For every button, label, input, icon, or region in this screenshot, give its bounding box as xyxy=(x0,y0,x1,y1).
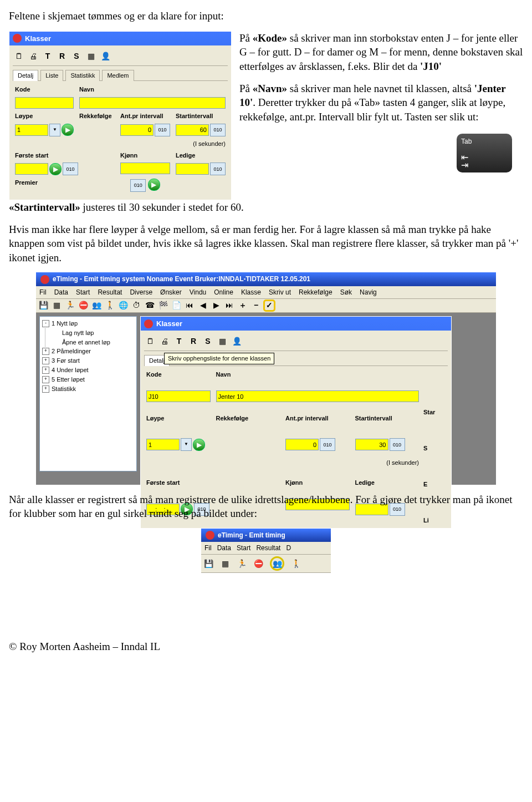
loype-input[interactable] xyxy=(15,124,48,136)
tree-toggle[interactable]: + xyxy=(42,357,49,364)
tb-icon-doc[interactable]: 📄 xyxy=(171,301,181,311)
chip-icon[interactable]: 010 xyxy=(210,124,226,136)
tb-icon-stop[interactable]: ⛔ xyxy=(78,301,88,311)
tb-icon-finish[interactable]: 🏁 xyxy=(158,301,168,311)
tb-icon-save[interactable]: 💾 xyxy=(203,559,213,568)
menu-resultat[interactable]: Resultat xyxy=(98,288,122,297)
tb-icon-calendar[interactable]: ▦ xyxy=(52,301,62,311)
menu-data[interactable]: Data xyxy=(217,544,231,552)
tb-icon-clock[interactable]: ⏱ xyxy=(131,301,141,311)
antpr-input[interactable] xyxy=(120,124,154,136)
grid-icon[interactable]: ▦ xyxy=(217,336,227,346)
menu-resultat[interactable]: Resultat xyxy=(256,544,280,552)
kode-input[interactable] xyxy=(15,97,74,109)
forste-go-button[interactable]: ▶ xyxy=(49,163,62,175)
toolbar-letter-s[interactable]: S xyxy=(71,51,81,61)
tree-toggle[interactable]: + xyxy=(42,348,49,355)
menu-fil[interactable]: Fil xyxy=(204,544,212,552)
chip-icon[interactable]: 010 xyxy=(63,163,78,175)
startintervall-input[interactable] xyxy=(355,439,388,450)
tb-icon-plus[interactable]: ＋ xyxy=(238,301,248,311)
loype-dropdown[interactable]: ▼ xyxy=(181,438,192,451)
tree-n1b[interactable]: Åpne et annet løp xyxy=(62,338,134,347)
kode-input[interactable] xyxy=(146,390,211,402)
tb-icon-prev[interactable]: ◀ xyxy=(198,301,208,311)
loype-input[interactable] xyxy=(146,439,180,450)
menu-d[interactable]: D xyxy=(286,544,291,552)
tb-icon-walk[interactable]: 🚶 xyxy=(105,301,115,311)
tb-icon-first[interactable]: ⏮ xyxy=(185,301,195,311)
menu-navig[interactable]: Navig xyxy=(360,288,377,297)
tree-n1a[interactable]: Lag nytt løp xyxy=(62,328,134,338)
menu-start[interactable]: Start xyxy=(237,544,250,552)
chip-icon[interactable]: 010 xyxy=(390,438,405,451)
grid-icon[interactable]: ▦ xyxy=(86,51,96,61)
ledige-input[interactable] xyxy=(176,163,209,175)
tb-icon-globe[interactable]: 🌐 xyxy=(118,301,128,311)
menu-rekkefolge[interactable]: Rekkefølge xyxy=(299,288,332,297)
loype-go-button[interactable]: ▶ xyxy=(62,124,74,136)
tb-icon-minus[interactable]: − xyxy=(251,301,261,311)
chip-icon[interactable]: 010 xyxy=(210,163,226,175)
tb-icon-last[interactable]: ⏭ xyxy=(224,301,234,311)
menu-vindu[interactable]: Vindu xyxy=(190,288,206,297)
tree-n5[interactable]: 5 Etter løpet xyxy=(52,375,85,384)
kjonn-input[interactable] xyxy=(120,163,170,174)
loype-dropdown[interactable]: ▼ xyxy=(49,124,60,136)
menu-fil[interactable]: Fil xyxy=(39,288,47,297)
menu-sok[interactable]: Søk xyxy=(340,288,352,297)
toolbar-icon-1[interactable]: 🗒 xyxy=(14,51,24,61)
tab-liste[interactable]: Liste xyxy=(40,70,63,81)
premier-go-button[interactable]: ▶ xyxy=(148,179,160,191)
antpr-input[interactable] xyxy=(285,439,319,450)
tb-icon-calendar[interactable]: ▦ xyxy=(220,559,230,568)
toolbar-letter-s[interactable]: S xyxy=(203,336,213,346)
print-icon[interactable]: 🖨 xyxy=(160,336,170,346)
tree-toggle[interactable]: + xyxy=(42,367,49,374)
tree-n2[interactable]: 2 Påmeldinger xyxy=(52,347,91,356)
chip-icon[interactable]: 010 xyxy=(155,124,170,136)
tb-icon-save[interactable]: 💾 xyxy=(38,301,48,311)
toolbar-letter-r[interactable]: R xyxy=(188,336,198,346)
tb-icon-walk[interactable]: 🚶 xyxy=(291,559,301,568)
tree-n4[interactable]: 4 Under løpet xyxy=(52,366,89,374)
toolbar-icon-1[interactable]: 🗒 xyxy=(145,336,155,346)
loype-go-button[interactable]: ▶ xyxy=(193,439,205,451)
startintervall-input[interactable] xyxy=(176,124,209,136)
menu-onsker[interactable]: Ønsker xyxy=(160,288,182,297)
menu-skrivut[interactable]: Skriv ut xyxy=(269,288,291,297)
tb-icon-clubs[interactable]: 👥 xyxy=(270,556,284,571)
tree-toggle[interactable]: + xyxy=(42,385,49,393)
tree-toggle[interactable]: - xyxy=(42,320,49,327)
tb-icon-check[interactable]: ✓ xyxy=(264,301,274,311)
tb-icon-stop[interactable]: ⛔ xyxy=(253,559,263,568)
tb-icon-phone[interactable]: ☎ xyxy=(145,301,155,311)
tb-icon-runner[interactable]: 🏃 xyxy=(65,301,75,311)
person-icon[interactable]: 👤 xyxy=(232,336,242,346)
tree-toggle[interactable]: + xyxy=(42,376,49,383)
menu-online[interactable]: Online xyxy=(214,288,233,297)
print-icon[interactable]: 🖨 xyxy=(28,51,38,61)
menu-klasse[interactable]: Klasse xyxy=(241,288,261,297)
tree-n6[interactable]: Statistikk xyxy=(52,385,76,393)
menu-data[interactable]: Data xyxy=(54,288,68,297)
toolbar-letter-r[interactable]: R xyxy=(57,51,67,61)
tb-icon-next[interactable]: ▶ xyxy=(211,301,221,311)
tree-n3[interactable]: 3 Før start xyxy=(52,357,80,365)
navn-input[interactable] xyxy=(216,390,420,402)
tab-detalj[interactable]: Detalj xyxy=(13,70,38,81)
person-icon[interactable]: 👤 xyxy=(100,51,110,61)
tb-icon-clubs[interactable]: 👥 xyxy=(91,301,101,311)
tb-icon-runner[interactable]: 🏃 xyxy=(237,559,247,568)
navn-input[interactable] xyxy=(79,97,226,109)
menu-diverse[interactable]: Diverse xyxy=(130,288,152,297)
chip-icon[interactable]: 010 xyxy=(130,179,146,192)
menu-start[interactable]: Start xyxy=(76,288,90,297)
toolbar-letter-t[interactable]: T xyxy=(43,51,53,61)
tab-medlem[interactable]: Medlem xyxy=(102,70,134,81)
tree-n1[interactable]: 1 Nytt løp xyxy=(52,319,78,328)
tab-statistikk[interactable]: Statistikk xyxy=(65,70,100,81)
chip-icon[interactable]: 010 xyxy=(320,438,335,451)
forste-input[interactable] xyxy=(15,163,48,175)
toolbar-letter-t[interactable]: T xyxy=(174,336,184,346)
